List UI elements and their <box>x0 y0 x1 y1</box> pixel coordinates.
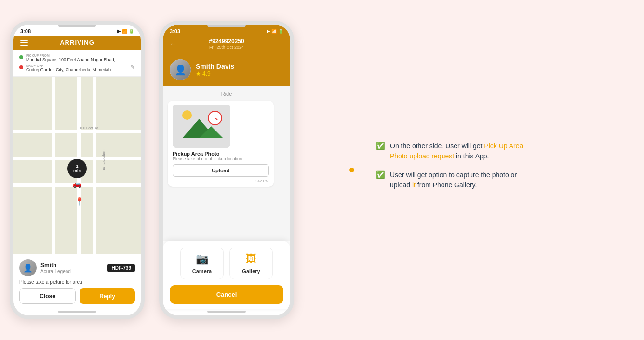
pickup-from-address: Mondial Square, 100 Feet Anand Nagar Roa… <box>26 57 119 62</box>
car-icon: 🚗 <box>72 179 82 188</box>
pickup-drop-row: DROP OFF Godrej Garden City, Chandkheda,… <box>19 63 135 73</box>
photo-placeholder <box>173 105 230 148</box>
menu-icon[interactable] <box>20 40 28 46</box>
camera-icon: 📷 <box>196 253 209 265</box>
edit-icon[interactable]: ✎ <box>130 64 135 71</box>
notification-buttons: Close Reply <box>19 288 135 304</box>
user-card: 👤 Smith Davis ★ 4.9 <box>163 55 290 86</box>
pickup-info: PICKUP FROM Mondial Square, 100 Feet Ana… <box>13 50 141 77</box>
rating-value: 4.9 <box>202 70 211 77</box>
mountain-svg <box>173 105 230 148</box>
phone2-wifi-icon: 📶 <box>271 29 277 34</box>
info-item-2: ✅ User will get option to capture the ph… <box>376 170 625 190</box>
info-text-1: On the other side, User will get Pick Up… <box>390 141 525 161</box>
info-text-2: User will get option to capture the phot… <box>390 170 525 190</box>
check-icon-1: ✅ <box>376 142 385 150</box>
chat-area: Ride <box>163 86 290 241</box>
phone2-signal-icon: ▶ <box>267 29 270 34</box>
highlight-pickup: Pick Up Area Photo upload request <box>390 142 523 160</box>
driver-car: Acura-Legend <box>40 269 104 274</box>
phone2-home-indicator <box>207 311 246 313</box>
gallery-option[interactable]: 🖼 Gallery <box>229 248 273 279</box>
camera-option[interactable]: 📷 Camera <box>180 248 224 279</box>
gallery-icon: 🖼 <box>246 253 256 265</box>
user-name: Smith Davis <box>196 63 283 70</box>
plate-badge: HDF-739 <box>107 264 135 272</box>
driver-info: Smith Acura-Legend <box>40 262 104 274</box>
star-icon: ★ <box>196 70 201 77</box>
pickup-drop-block: DROP OFF Godrej Garden City, Chandkheda,… <box>26 64 114 72</box>
car-marker: 1 min <box>67 159 87 178</box>
info-panel: ✅ On the other side, User will get Pick … <box>371 131 634 209</box>
phone1-status-icons: ▶ 📶 🔋 <box>117 29 134 34</box>
pickup-drop-label: DROP OFF <box>26 64 114 67</box>
phone1-home-indicator <box>58 311 96 313</box>
close-button[interactable]: Close <box>19 288 76 304</box>
chat-photo-title: Pickup Area Photo <box>173 151 269 157</box>
driver-avatar: 👤 <box>19 259 37 276</box>
driver-name: Smith <box>40 262 104 269</box>
phone1-app-header: ARRIVING <box>13 36 141 50</box>
reply-button[interactable]: Reply <box>80 288 135 304</box>
driver-row: 👤 Smith Acura-Legend HDF-739 <box>19 259 135 276</box>
phone2-battery-icon: 🔋 <box>278 29 283 34</box>
notification-message: Please take a picture for area <box>19 279 135 285</box>
bottom-sheet: 📷 Camera 🖼 Gallery Cancel <box>163 241 290 309</box>
chat-time: 3:42 PM <box>173 179 269 183</box>
user-rating: ★ 4.9 <box>196 70 283 77</box>
map-label-corporate: Corporate Rd <box>102 150 106 170</box>
map-label-road: 100 Feet Rd <box>80 126 98 130</box>
cancel-button[interactable]: Cancel <box>170 285 283 304</box>
gallery-label: Gallery <box>242 268 260 274</box>
phone2-status-icons: ▶ 📶 🔋 <box>267 29 283 34</box>
upload-button[interactable]: Upload <box>173 164 269 177</box>
dropoff-dot <box>19 65 23 69</box>
user-info: Smith Davis ★ 4.9 <box>196 63 283 77</box>
location-icon: ▶ <box>117 29 121 34</box>
connector-dot <box>349 168 354 172</box>
pickup-drop-address: Godrej Garden City, Chandkheda, Ahmedab.… <box>26 67 114 72</box>
driver-avatar-img: 👤 <box>19 259 37 276</box>
phones-wrapper: 3:08 ▶ 📶 🔋 ARRIVING <box>10 21 294 319</box>
road-h6 <box>13 130 141 133</box>
pickup-from-label: PICKUP FROM <box>26 54 119 57</box>
road-v2 <box>93 77 96 254</box>
chat-bubble: Pickup Area Photo Please take photo of p… <box>168 101 274 187</box>
chat-photo-subtitle: Please take photo of pickup location. <box>173 157 269 161</box>
info-item-1: ✅ On the other side, User will get Pick … <box>376 141 625 161</box>
notification-card: 👤 Smith Acura-Legend HDF-739 Please take… <box>13 254 141 309</box>
pickup-from-block: PICKUP FROM Mondial Square, 100 Feet Ana… <box>26 54 119 62</box>
phone2-notch <box>207 25 246 27</box>
car-marker-min2: min <box>73 169 81 173</box>
phone1-time: 3:08 <box>20 28 31 34</box>
ride-label: Ride <box>168 91 285 97</box>
highlight-it: it <box>412 181 416 189</box>
booking-date: Fri, 25th Oct 2024 <box>209 45 244 50</box>
phone2-time: 3:03 <box>170 28 180 34</box>
battery-icon: 🔋 <box>129 29 134 34</box>
check-icon-2: ✅ <box>376 170 385 179</box>
camera-label: Camera <box>192 268 212 274</box>
user-avatar-img: 👤 <box>170 59 191 80</box>
user-avatar: 👤 <box>170 59 191 80</box>
phone1: 3:08 ▶ 📶 🔋 ARRIVING <box>10 21 145 319</box>
map-area: 100 Feet Rd Corporate Rd 1 min 🚗 📍 <box>13 77 141 254</box>
connector <box>323 170 352 170</box>
scene: 3:08 ▶ 📶 🔋 ARRIVING <box>0 0 644 340</box>
pickup-dot <box>19 55 23 59</box>
phone1-title: ARRIVING <box>60 39 94 46</box>
car-marker-min1: 1 <box>76 164 78 169</box>
phone2-app-header: ← #9249920250 Fri, 25th Oct 2024 <box>163 36 290 55</box>
bottom-sheet-options: 📷 Camera 🖼 Gallery <box>170 248 283 279</box>
svg-point-1 <box>182 110 192 120</box>
phone2: 3:03 ▶ 📶 🔋 ← #9249920250 Fri, 25th Oct 2… <box>159 21 294 319</box>
connector-line <box>323 170 352 170</box>
booking-id: #9249920250 <box>209 38 244 45</box>
pickup-from-row: PICKUP FROM Mondial Square, 100 Feet Ana… <box>19 53 135 63</box>
road-v3 <box>52 77 55 254</box>
back-arrow-icon[interactable]: ← <box>170 40 176 48</box>
phone1-notch <box>58 25 96 27</box>
destination-pin: 📍 <box>75 197 84 206</box>
wifi-icon: 📶 <box>122 29 127 34</box>
